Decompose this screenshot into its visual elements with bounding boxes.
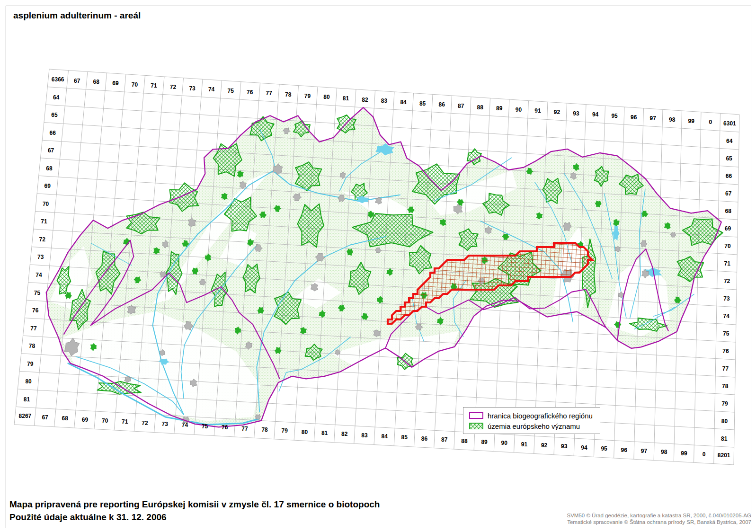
- svg-text:85: 85: [419, 100, 426, 107]
- svg-text:72: 72: [724, 278, 730, 284]
- svg-text:73: 73: [37, 254, 44, 260]
- map-sheet: asplenium adulterinum - areál 6366676869…: [0, 0, 756, 532]
- svg-text:71: 71: [122, 418, 128, 425]
- svg-text:69: 69: [82, 417, 89, 423]
- svg-text:96: 96: [621, 447, 628, 453]
- svg-text:71: 71: [724, 260, 731, 267]
- svg-text:98: 98: [661, 449, 667, 455]
- svg-text:81: 81: [321, 430, 328, 436]
- svg-text:92: 92: [554, 109, 560, 115]
- svg-text:86: 86: [421, 435, 428, 442]
- svg-text:95: 95: [601, 445, 607, 452]
- svg-text:75: 75: [723, 330, 729, 337]
- svg-text:64: 64: [53, 94, 60, 101]
- svg-text:77: 77: [266, 90, 273, 97]
- svg-text:67: 67: [48, 147, 54, 154]
- svg-text:79: 79: [304, 93, 311, 99]
- legend-row-sci: územia európskeho významu: [469, 421, 600, 431]
- svg-text:96: 96: [631, 114, 637, 121]
- svg-text:75: 75: [228, 88, 234, 94]
- svg-text:69: 69: [725, 225, 731, 232]
- svg-text:88: 88: [477, 104, 484, 111]
- svg-text:99: 99: [681, 450, 687, 457]
- svg-text:94: 94: [592, 111, 599, 118]
- biogeographic-boundary-swatch: [469, 412, 483, 419]
- legend-row-boundary: hranica biogeografického regiónu: [469, 410, 600, 421]
- svg-text:78: 78: [722, 383, 729, 390]
- svg-text:85: 85: [401, 434, 408, 441]
- svg-text:87: 87: [441, 436, 448, 443]
- svg-text:68: 68: [62, 415, 69, 422]
- svg-text:76: 76: [222, 424, 228, 431]
- svg-text:81: 81: [343, 95, 349, 102]
- svg-text:88: 88: [461, 438, 468, 444]
- svg-text:82: 82: [341, 431, 348, 437]
- svg-text:77: 77: [722, 365, 729, 372]
- svg-text:73: 73: [162, 421, 169, 427]
- svg-text:79: 79: [27, 361, 34, 367]
- sci-area-swatch: [469, 423, 483, 429]
- svg-text:86: 86: [439, 101, 445, 108]
- svg-text:95: 95: [611, 113, 618, 119]
- svg-text:76: 76: [32, 307, 39, 314]
- svg-text:74: 74: [208, 86, 215, 93]
- svg-text:78: 78: [261, 426, 268, 433]
- svg-text:71: 71: [41, 218, 47, 225]
- svg-text:91: 91: [534, 107, 541, 114]
- svg-text:80: 80: [323, 94, 330, 100]
- svg-text:97: 97: [650, 115, 657, 122]
- svg-text:66: 66: [50, 130, 56, 136]
- svg-text:70: 70: [43, 201, 49, 207]
- svg-text:72: 72: [170, 84, 177, 90]
- svg-text:81: 81: [24, 396, 30, 403]
- footer-line-1: Mapa pripravená pre reporting Európskej …: [9, 498, 380, 511]
- svg-text:67: 67: [42, 414, 48, 421]
- svg-text:84: 84: [382, 433, 388, 440]
- svg-text:68: 68: [93, 79, 100, 85]
- svg-text:89: 89: [481, 439, 488, 445]
- svg-text:76: 76: [722, 348, 729, 355]
- svg-text:69: 69: [112, 80, 119, 87]
- svg-text:93: 93: [573, 110, 579, 117]
- svg-text:78: 78: [29, 343, 36, 349]
- credits: SVM50 © Úrad geodézie, kartografie a kat…: [567, 512, 751, 525]
- svg-text:78: 78: [285, 91, 292, 98]
- slovakia-distribution-map: 6366676869707172737475767778798081828384…: [0, 0, 756, 532]
- svg-text:89: 89: [496, 105, 503, 112]
- svg-text:71: 71: [151, 82, 157, 89]
- svg-text:94: 94: [581, 444, 587, 451]
- svg-text:68: 68: [725, 208, 732, 214]
- svg-text:93: 93: [561, 443, 568, 450]
- footer-line-2: Použité údaje aktuálne k 31. 12. 2006: [9, 511, 380, 523]
- svg-text:0: 0: [709, 119, 712, 125]
- country-base: [46, 107, 721, 427]
- svg-text:70: 70: [132, 81, 138, 88]
- svg-text:82: 82: [362, 97, 368, 103]
- svg-text:79: 79: [721, 400, 728, 407]
- svg-text:74: 74: [182, 422, 188, 428]
- svg-text:74: 74: [36, 272, 42, 278]
- svg-text:64: 64: [726, 138, 733, 144]
- svg-text:84: 84: [400, 99, 407, 106]
- svg-text:73: 73: [723, 295, 730, 302]
- credits-line-1: SVM50 © Úrad geodézie, kartografie a kat…: [567, 512, 751, 519]
- svg-text:0: 0: [703, 451, 706, 458]
- svg-text:77: 77: [30, 325, 37, 332]
- svg-text:69: 69: [44, 183, 51, 189]
- svg-text:72: 72: [39, 236, 46, 243]
- svg-text:8201: 8201: [718, 452, 730, 459]
- svg-text:65: 65: [51, 112, 58, 118]
- svg-text:80: 80: [25, 378, 32, 385]
- svg-text:65: 65: [726, 155, 732, 162]
- footer-note: Mapa pripravená pre reporting Európskej …: [9, 498, 380, 523]
- credits-line-2: Tematické spracovanie © Štátna ochrana p…: [567, 519, 751, 525]
- svg-text:87: 87: [458, 103, 464, 109]
- svg-text:67: 67: [74, 78, 80, 84]
- svg-text:81: 81: [721, 435, 728, 442]
- svg-text:75: 75: [202, 423, 208, 430]
- svg-text:6301: 6301: [723, 120, 736, 127]
- svg-text:90: 90: [516, 106, 522, 113]
- svg-text:74: 74: [723, 313, 730, 319]
- svg-text:77: 77: [241, 426, 248, 432]
- svg-text:76: 76: [247, 89, 253, 96]
